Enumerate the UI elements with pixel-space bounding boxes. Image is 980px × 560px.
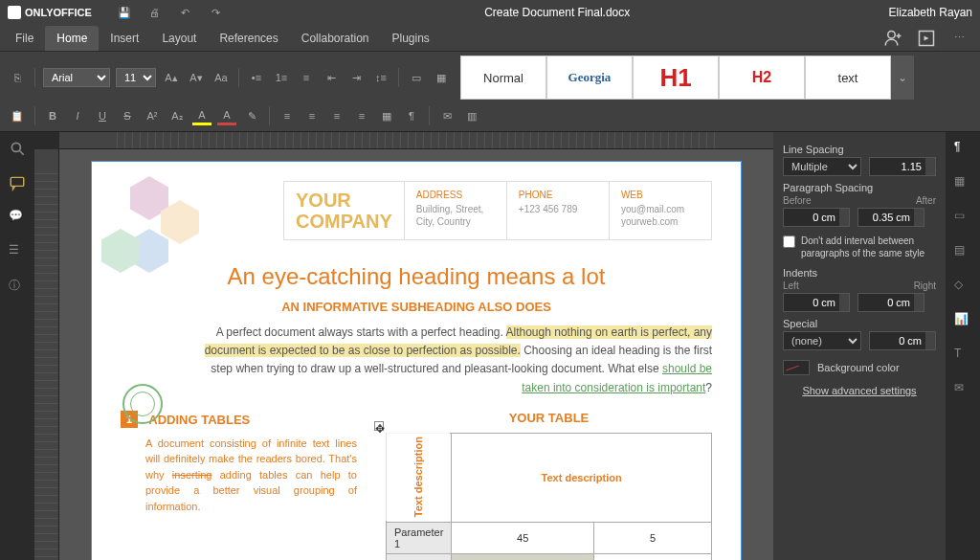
highlight-icon[interactable]: A (192, 106, 212, 125)
multilevel-icon[interactable]: ≡ (297, 68, 316, 87)
style-h2[interactable]: H2 (719, 56, 805, 100)
doc-subheading: AN INFORMATIVE SUBHEADING ALSO DOES (121, 300, 712, 314)
print-icon[interactable]: 🖨 (145, 3, 165, 22)
right-panel: Line Spacing Multiple Paragraph Spacing … (773, 132, 946, 560)
italic-icon[interactable]: I (68, 106, 87, 125)
insert-table-icon[interactable]: ▦ (432, 68, 451, 87)
image-tab-icon[interactable]: ▭ (954, 209, 971, 226)
insert-field-icon[interactable]: ▭ (407, 68, 426, 87)
change-case-icon[interactable]: Aa (212, 68, 231, 87)
comments-icon[interactable] (9, 174, 26, 191)
columns-icon[interactable]: ▥ (462, 106, 481, 125)
strike-icon[interactable]: S (118, 106, 137, 125)
left-sidebar: 💬 ☰ ⓘ (0, 132, 34, 560)
header-tab-icon[interactable]: ▤ (954, 243, 971, 260)
menu-file[interactable]: File (4, 26, 45, 51)
font-size-select[interactable]: 11 (116, 68, 156, 87)
para-spacing-label: Paragraph Spacing (783, 182, 936, 193)
table-move-handle[interactable]: ✥ (374, 421, 384, 431)
menu-plugins[interactable]: Plugins (381, 26, 441, 51)
font-decrease-icon[interactable]: A▾ (187, 68, 206, 87)
bg-color-swatch[interactable] (783, 360, 810, 375)
ruler-vertical[interactable] (34, 149, 59, 560)
logo-icon (8, 6, 21, 19)
data-table[interactable]: Text description Text description Parame… (386, 433, 712, 560)
bg-color-label: Background color (817, 362, 900, 373)
toolbar-row1: ⎘ Arial 11 A▴ A▾ Aa •≡ 1≡ ≡ ⇤ ⇥ ↕≡ ▭ ▦ N… (0, 52, 980, 103)
mailmerge-icon[interactable]: ✉ (437, 106, 457, 125)
copy-icon[interactable]: ⎘ (8, 68, 27, 87)
chart-tab-icon[interactable]: 📊 (954, 312, 971, 329)
clear-format-icon[interactable]: ✎ (242, 106, 261, 125)
font-name-select[interactable]: Arial (43, 68, 110, 87)
nonprint-icon[interactable]: ¶ (402, 106, 421, 125)
redo-icon[interactable]: ↷ (207, 3, 226, 22)
paragraph-tab-icon[interactable]: ¶ (954, 140, 971, 157)
right-sidebar: ¶ ▦ ▭ ▤ ◇ 📊 T ✉ (946, 132, 980, 560)
feedback-icon[interactable]: ⓘ (9, 278, 26, 295)
page[interactable]: YOURCOMPANY ADDRESS Building, Street, Ci… (91, 161, 742, 560)
indent-right[interactable] (858, 293, 924, 312)
special-select[interactable]: (none) (783, 331, 861, 350)
navigation-icon[interactable]: ☰ (9, 243, 26, 260)
numbering-icon[interactable]: 1≡ (272, 68, 291, 87)
style-normal[interactable]: Normal (460, 56, 546, 100)
bullets-icon[interactable]: •≡ (247, 68, 266, 87)
indents-label: Indents (783, 267, 936, 279)
style-h1[interactable]: H1 (633, 56, 719, 100)
font-increase-icon[interactable]: A▴ (162, 68, 181, 87)
line-spacing-value[interactable] (869, 157, 936, 176)
underline-icon[interactable]: U (93, 106, 112, 125)
menu-references[interactable]: References (208, 26, 289, 51)
adduser-icon[interactable] (884, 29, 903, 48)
style-text[interactable]: text (805, 56, 891, 100)
menu-collaboration[interactable]: Collaboration (290, 26, 381, 51)
special-by[interactable] (869, 331, 936, 350)
no-interval-checkbox[interactable]: Don't add interval between paragraphs of… (783, 235, 936, 259)
indent-icon[interactable]: ⇥ (346, 68, 366, 87)
line-spacing-mode[interactable]: Multiple (783, 157, 861, 176)
merge-tab-icon[interactable]: ✉ (954, 381, 971, 398)
undo-icon[interactable]: ↶ (176, 3, 195, 22)
menu-insert[interactable]: Insert (99, 26, 150, 51)
section-title: ADDING TABLES (148, 413, 250, 427)
indent-left[interactable] (783, 293, 850, 312)
special-label: Special (783, 318, 936, 329)
toolbar-row2: 📋 B I U S A² A₂ A A ✎ ≡ ≡ ≡ ≡ ▦ ¶ ✉ ▥ (0, 103, 980, 132)
bold-icon[interactable]: B (43, 106, 62, 125)
align-left-icon[interactable]: ≡ (278, 106, 297, 125)
table-vheader: Text description (386, 433, 451, 522)
table-tab-icon[interactable]: ▦ (954, 174, 971, 191)
spacing-after[interactable] (858, 208, 924, 227)
web-value-2: yourweb.com (621, 215, 700, 228)
shape-tab-icon[interactable]: ◇ (954, 278, 971, 295)
align-justify-icon[interactable]: ≡ (352, 106, 371, 125)
svg-point-2 (11, 143, 20, 151)
app-logo: ONLYOFFICE (8, 6, 92, 19)
style-expand-icon[interactable]: ⌄ (891, 56, 914, 100)
linespacing-icon[interactable]: ↕≡ (371, 68, 390, 87)
font-color-icon[interactable]: A (217, 106, 236, 125)
textart-tab-icon[interactable]: T (954, 347, 971, 364)
more-icon[interactable]: ⋯ (949, 29, 969, 48)
menu-home[interactable]: Home (45, 26, 99, 51)
advanced-settings-link[interactable]: Show advanced settings (783, 385, 936, 396)
dedent-icon[interactable]: ⇤ (322, 68, 341, 87)
address-label: ADDRESS (416, 190, 495, 200)
subscript-icon[interactable]: A₂ (167, 106, 187, 125)
menu-layout[interactable]: Layout (150, 26, 208, 51)
align-center-icon[interactable]: ≡ (302, 106, 322, 125)
ruler-horizontal[interactable] (59, 132, 773, 149)
company-name: YOURCOMPANY (284, 182, 405, 239)
search-icon[interactable] (9, 140, 26, 157)
goto-icon[interactable] (917, 29, 936, 48)
superscript-icon[interactable]: A² (143, 106, 162, 125)
chat-icon[interactable]: 💬 (9, 209, 26, 226)
shading-icon[interactable]: ▦ (377, 106, 396, 125)
align-right-icon[interactable]: ≡ (327, 106, 346, 125)
paste-icon[interactable]: 📋 (8, 106, 27, 125)
svg-rect-3 (11, 177, 24, 186)
style-georgia[interactable]: Georgia (546, 56, 633, 100)
spacing-before[interactable] (783, 208, 850, 227)
save-icon[interactable]: 💾 (115, 3, 134, 22)
